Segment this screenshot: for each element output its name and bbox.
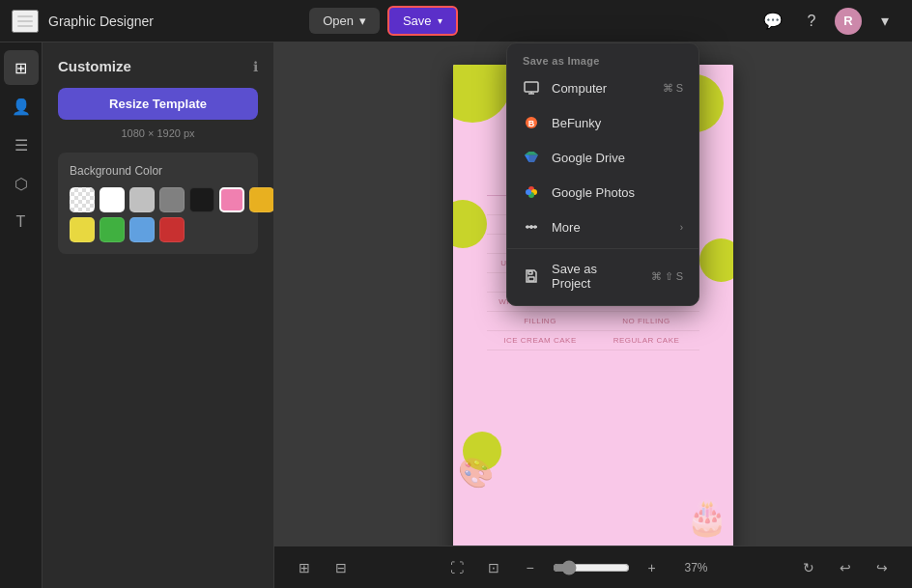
dropdown-item-google-photos-label: Google Photos (552, 185, 683, 200)
table-row: FILLING NO FILLING (487, 312, 699, 331)
panel-header: Customize ℹ (58, 58, 258, 74)
color-swatch-black[interactable] (189, 187, 214, 212)
svg-point-10 (530, 226, 532, 228)
dropdown-item-befunky[interactable]: B BeFunky (507, 105, 698, 140)
zoom-percent: 37% (674, 561, 708, 574)
sidebar-text-button[interactable]: T (4, 205, 39, 239)
svg-rect-12 (528, 277, 534, 281)
bottom-toolbar-center: ⛶ ⊡ − + 37% (442, 553, 708, 582)
table-cell: ICE CREAM CAKE (487, 331, 593, 350)
table-cell: NO FILLING (593, 312, 699, 330)
canvas-cake-drawing: 🎂 (686, 498, 728, 538)
sidebar-templates-button[interactable]: ⊞ (4, 50, 39, 85)
dropdown-item-google-drive-label: Google Drive (552, 151, 683, 165)
expand-button[interactable]: ▾ (869, 6, 900, 37)
app-title: Graphic Designer (48, 14, 154, 29)
dropdown-item-more-arrow: › (680, 222, 683, 233)
canvas-palette-drawing: 🎨 (458, 456, 494, 490)
more-icon (523, 218, 540, 236)
sidebar-layers-button[interactable]: ☰ (4, 127, 39, 162)
zoom-in-button[interactable]: + (638, 553, 667, 582)
svg-point-6 (526, 189, 531, 195)
icon-sidebar: ⊞ 👤 ☰ ⬡ T (0, 42, 43, 588)
color-swatch-white[interactable] (100, 187, 125, 212)
table-cell: REGULAR CAKE (593, 331, 699, 350)
dropdown-item-computer-shortcut: ⌘ S (663, 82, 683, 95)
circle-midleft (453, 200, 487, 248)
chat-button[interactable]: 💬 (757, 6, 788, 37)
bottom-toolbar: ⊞ ⊟ ⛶ ⊡ − + 37% ↻ ↩ ↪ (274, 546, 912, 588)
dropdown-item-computer-label: Computer (552, 81, 651, 96)
help-button[interactable]: ? (796, 6, 827, 37)
svg-rect-13 (528, 271, 532, 274)
color-swatch-gray[interactable] (159, 187, 185, 212)
undo-button[interactable]: ↩ (831, 553, 860, 582)
save-dropdown-menu: Save as Image Computer ⌘ S B BeFunky (506, 42, 699, 306)
panel-title: Customize (58, 58, 131, 74)
color-swatch-transparent[interactable] (70, 187, 95, 212)
color-swatch-lightyellow[interactable] (70, 217, 95, 242)
dropdown-item-save-project-shortcut: ⌘ ⇧ S (651, 270, 683, 283)
left-panel: Customize ℹ Resize Template 1080 × 1920 … (43, 42, 274, 588)
bg-color-label: Background Color (70, 164, 246, 178)
dimension-text: 1080 × 1920 px (58, 127, 258, 139)
bottom-toolbar-right: ↻ ↩ ↪ (794, 553, 897, 582)
layers-toggle-button[interactable]: ⊞ (290, 553, 319, 582)
main-layout: ⊞ 👤 ☰ ⬡ T Customize ℹ Resize Template 10… (0, 42, 912, 588)
dropdown-item-google-photos[interactable]: Google Photos (507, 175, 698, 210)
topbar-left: Graphic Designer (12, 10, 154, 33)
color-swatch-yellow[interactable] (249, 187, 274, 212)
google-drive-icon (523, 149, 540, 166)
save-button[interactable]: Save ▾ (387, 6, 458, 36)
color-swatch-green[interactable] (100, 217, 125, 242)
table-row: ICE CREAM CAKE REGULAR CAKE (487, 331, 699, 350)
color-swatch-pink[interactable] (219, 187, 244, 212)
dropdown-item-more[interactable]: More › (507, 210, 698, 244)
open-button[interactable]: Open ▾ (309, 8, 380, 34)
fullscreen-button[interactable]: ⛶ (442, 553, 471, 582)
dropdown-divider (507, 248, 698, 249)
svg-text:B: B (528, 119, 535, 128)
grid-toggle-button[interactable]: ⊟ (327, 553, 356, 582)
color-swatch-blue[interactable] (129, 217, 155, 242)
befunky-icon: B (523, 114, 540, 131)
undo-history-button[interactable]: ↻ (794, 553, 823, 582)
dropdown-item-google-drive[interactable]: Google Drive (507, 140, 698, 175)
zoom-out-button[interactable]: − (516, 553, 545, 582)
circle-midright (699, 238, 733, 282)
bottom-toolbar-left: ⊞ ⊟ (290, 553, 356, 582)
computer-icon (523, 79, 540, 97)
svg-rect-0 (525, 82, 538, 92)
dropdown-item-computer[interactable]: Computer ⌘ S (507, 70, 698, 105)
topbar-center: Open ▾ Save ▾ (309, 6, 457, 36)
bg-color-section: Background Color (58, 153, 258, 254)
svg-point-9 (527, 226, 528, 228)
svg-point-11 (534, 226, 536, 228)
dropdown-item-save-project-label: Save as Project (552, 262, 640, 291)
sidebar-elements-button[interactable]: ⬡ (4, 166, 39, 201)
zoom-slider[interactable] (553, 560, 630, 575)
dropdown-item-more-label: More (552, 220, 669, 235)
dropdown-item-befunky-label: BeFunky (552, 116, 683, 130)
color-swatch-red[interactable] (159, 217, 185, 242)
redo-button[interactable]: ↪ (868, 553, 897, 582)
dropdown-section-label: Save as Image (507, 49, 698, 70)
color-grid (70, 187, 246, 242)
info-icon[interactable]: ℹ (253, 59, 258, 74)
hamburger-button[interactable] (12, 10, 39, 33)
resize-template-button[interactable]: Resize Template (58, 88, 258, 120)
google-photos-icon (523, 183, 540, 201)
sidebar-assets-button[interactable]: 👤 (4, 89, 39, 124)
avatar[interactable]: R (835, 8, 862, 35)
fit-button[interactable]: ⊡ (479, 553, 508, 582)
table-cell: FILLING (487, 312, 593, 330)
dropdown-item-save-project[interactable]: Save as Project ⌘ ⇧ S (507, 253, 698, 299)
color-swatch-lightgray[interactable] (129, 187, 155, 212)
save-project-icon (523, 267, 540, 285)
topbar-right: 💬 ? R ▾ (757, 6, 900, 37)
topbar: Graphic Designer Open ▾ Save ▾ 💬 ? R ▾ (0, 0, 912, 42)
